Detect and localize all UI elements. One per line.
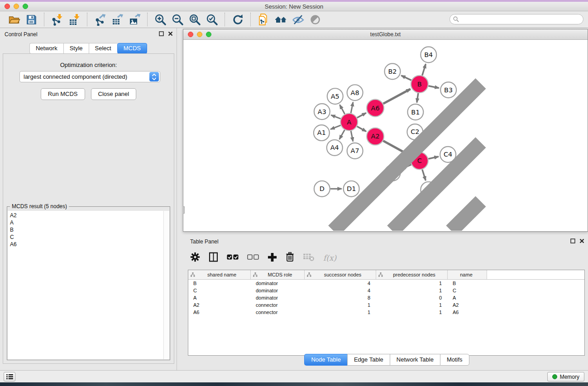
cell-shared-name: C [188, 288, 251, 293]
tab-mcds[interactable]: MCDS [117, 43, 147, 54]
column-header-predecessor-nodes[interactable]: predecessor nodes [376, 270, 448, 279]
network-view-window: testGlobe.txt B4B2BB3A8A5A6A3B1AC2A1A2A4… [183, 29, 588, 232]
table-header-row: shared nameMCDS rolesuccessor nodesprede… [188, 270, 584, 280]
select-all-columns-button[interactable] [227, 254, 239, 262]
cell-mcds-role: connector [251, 310, 305, 315]
memory-status-icon [552, 374, 557, 379]
table-row[interactable]: Adominator80A [188, 294, 584, 301]
memory-label: Memory [560, 374, 579, 380]
resize-grip-icon[interactable] [183, 39, 587, 231]
open-session-button[interactable] [7, 12, 21, 27]
network-window-titlebar[interactable]: testGlobe.txt [183, 29, 588, 40]
column-panel-button[interactable] [209, 252, 218, 264]
table-row[interactable]: Bdominator41B [188, 280, 584, 287]
optimization-select[interactable]: largest connected component (directed) [19, 71, 160, 82]
float-panel-icon[interactable] [570, 238, 575, 243]
tab-motifs[interactable]: Motifs [440, 354, 469, 366]
table-toolbar: f(x) [190, 248, 336, 268]
search-icon [453, 16, 459, 22]
search-input[interactable] [461, 16, 583, 23]
task-history-button[interactable] [4, 372, 15, 381]
tab-style[interactable]: Style [63, 43, 89, 54]
result-list-item[interactable]: B [8, 226, 163, 234]
first-neighbors-button[interactable] [273, 12, 288, 27]
export-image-button[interactable] [127, 12, 142, 27]
table-row[interactable]: A2connector11A2 [188, 301, 584, 309]
window-title: Session: New Session [0, 3, 588, 10]
status-bar: Memory [0, 370, 588, 382]
cell-predecessor-nodes: 0 [376, 295, 448, 300]
close-panel-icon[interactable] [168, 31, 173, 36]
zoom-selected-icon [206, 14, 218, 26]
column-header-shared-name[interactable]: shared name [188, 270, 251, 279]
control-panel-tabs: NetworkStyleSelectMCDS [0, 43, 177, 54]
search-box[interactable] [449, 14, 583, 24]
tab-network[interactable]: Network [29, 43, 63, 54]
deselect-all-columns-button[interactable] [247, 254, 259, 262]
export-network-icon [94, 14, 106, 26]
import-network-button[interactable] [50, 12, 64, 27]
export-image-icon [129, 14, 141, 26]
add-row-button[interactable] [268, 253, 277, 264]
hierarchy-icon [253, 272, 258, 277]
cell-successor-nodes: 4 [305, 281, 376, 286]
zoom-selected-button[interactable] [205, 12, 219, 27]
show-hide-details-button[interactable] [291, 12, 305, 27]
save-session-button[interactable] [24, 12, 38, 27]
table-body: Bdominator41BCdominator41CAdominator80AA… [188, 280, 584, 316]
close-panel-button[interactable]: Close panel [91, 88, 137, 100]
network-window-title: testGlobe.txt [183, 31, 588, 38]
export-network-button[interactable] [93, 12, 107, 27]
network-canvas[interactable]: B4B2BB3A8A5A6A3B1AC2A1A2A4A7C4CC1DD1C3 [183, 40, 588, 231]
column-header-successor-nodes[interactable]: successor nodes [305, 270, 376, 279]
export-table-button[interactable] [110, 12, 124, 27]
mcds-result-title: MCDS result (5 nodes) [10, 203, 69, 210]
import-network-icon [51, 14, 63, 26]
toolbar-separator [147, 13, 148, 26]
result-list-item[interactable]: A [8, 219, 163, 226]
close-panel-icon[interactable] [579, 238, 584, 243]
hierarchy-icon [191, 272, 195, 277]
export-table-icon [111, 14, 124, 26]
double-house-icon [274, 14, 287, 26]
result-list-item[interactable]: A2 [8, 212, 163, 219]
toolbar-separator [250, 13, 251, 26]
node-table[interactable]: shared nameMCDS rolesuccessor nodesprede… [188, 270, 585, 356]
zoom-out-button[interactable] [170, 12, 185, 27]
apply-layout-button[interactable] [230, 12, 245, 27]
trash-icon [286, 252, 294, 262]
table-row[interactable]: Cdominator41C [188, 287, 584, 294]
run-mcds-button[interactable]: Run MCDS [41, 88, 85, 100]
optimization-label: Optimization criterion: [3, 62, 174, 68]
control-panel-title: Control Panel [5, 31, 38, 38]
tab-network-table[interactable]: Network Table [390, 354, 440, 366]
side-grip[interactable] [183, 206, 185, 214]
result-list-item[interactable]: A6 [8, 241, 163, 248]
delete-table-button [303, 253, 315, 263]
cell-shared-name: A6 [188, 310, 251, 315]
float-panel-icon[interactable] [159, 31, 164, 36]
zoom-in-button[interactable] [153, 12, 167, 27]
optimization-selected-value: largest connected component (directed) [20, 73, 149, 80]
tab-edge-table[interactable]: Edge Table [347, 354, 390, 366]
cell-predecessor-nodes: 1 [376, 288, 448, 293]
zoom-fit-button[interactable] [187, 12, 202, 27]
cell-successor-nodes: 4 [305, 288, 376, 293]
result-scrollbar[interactable] [163, 211, 169, 359]
table-row[interactable]: A6connector11A6 [188, 309, 584, 316]
table-settings-button[interactable] [190, 252, 200, 264]
memory-button[interactable]: Memory [547, 372, 584, 381]
column-header-mcds-role[interactable]: MCDS role [251, 270, 305, 279]
cell-mcds-role: dominator [251, 288, 305, 293]
duplicate-network-button[interactable] [256, 12, 271, 27]
import-table-button[interactable] [67, 12, 81, 27]
toolbar-separator [87, 13, 87, 26]
delete-row-button[interactable] [286, 252, 294, 264]
tab-node-table[interactable]: Node Table [304, 354, 347, 366]
table-panel-title: Table Panel [190, 238, 219, 245]
column-header-name[interactable]: name [448, 270, 487, 279]
tab-select[interactable]: Select [89, 43, 117, 54]
mcds-result-list[interactable]: A2ABCA6 [8, 211, 163, 359]
result-list-item[interactable]: C [8, 234, 163, 241]
birdseye-button[interactable] [308, 12, 322, 27]
